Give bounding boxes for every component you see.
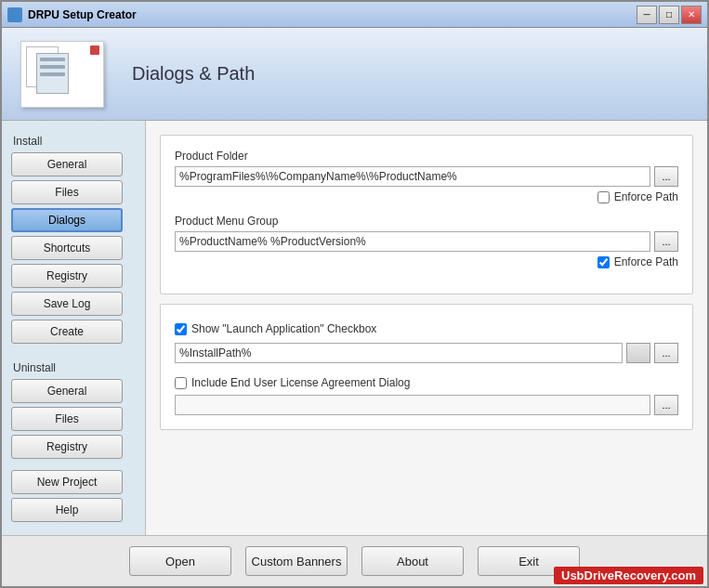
product-menu-row: ...: [175, 231, 678, 252]
sidebar-item-uninstall-files[interactable]: Files: [11, 407, 123, 431]
install-path-small-button[interactable]: [626, 343, 650, 363]
eula-browse-button[interactable]: ...: [654, 395, 678, 415]
window-title: DRPU Setup Creator: [28, 8, 137, 21]
sidebar-item-registry[interactable]: Registry: [11, 264, 123, 288]
new-project-button[interactable]: New Project: [11, 470, 123, 494]
install-path-row: ...: [175, 343, 678, 363]
eula-label: Include End User License Agreement Dialo…: [191, 376, 410, 389]
eula-input[interactable]: [175, 395, 650, 415]
enforce-path-2-row: Enforce Path: [175, 255, 678, 268]
sidebar-item-dialogs[interactable]: Dialogs: [11, 208, 123, 232]
app-icon: [7, 7, 22, 22]
install-path-browse-button[interactable]: ...: [654, 343, 678, 363]
enforce-path-2-label: Enforce Path: [614, 255, 678, 268]
enforce-path-1-checkbox[interactable]: [597, 191, 610, 203]
watermark: UsbDriveRecovery.com: [554, 567, 703, 584]
eula-checkbox[interactable]: [175, 377, 187, 389]
header: Dialogs & Path: [2, 28, 707, 121]
product-menu-browse-button[interactable]: ...: [654, 231, 678, 252]
product-menu-input[interactable]: [175, 231, 650, 252]
install-path-input[interactable]: [175, 343, 623, 363]
launch-eula-panel: Show "Launch Application" Checkbox ... I…: [160, 304, 693, 430]
product-menu-label: Product Menu Group: [175, 215, 678, 228]
product-folder-row: ...: [175, 166, 678, 187]
eula-checkbox-row: Include End User License Agreement Dialo…: [175, 376, 678, 389]
sidebar-item-general[interactable]: General: [11, 152, 123, 176]
content-area: Product Folder ... Enforce Path Product …: [146, 121, 707, 535]
maximize-button[interactable]: □: [659, 6, 679, 24]
product-folder-browse-button[interactable]: ...: [654, 166, 678, 187]
eula-group: Include End User License Agreement Dialo…: [175, 376, 678, 415]
product-folder-label: Product Folder: [175, 150, 678, 163]
titlebar: DRPU Setup Creator ─ □ ✕: [2, 2, 707, 28]
sidebar: Install General Files Dialogs Shortcuts …: [2, 121, 146, 535]
logo-doc2: [36, 53, 69, 94]
main-content: Install General Files Dialogs Shortcuts …: [2, 121, 707, 535]
show-launch-row: Show "Launch Application" Checkbox: [175, 322, 678, 335]
sidebar-item-create[interactable]: Create: [11, 320, 123, 344]
enforce-path-1-label: Enforce Path: [614, 190, 678, 203]
install-section-label: Install: [11, 135, 136, 148]
product-folder-group: Product Folder ... Enforce Path: [175, 150, 678, 203]
titlebar-left: DRPU Setup Creator: [7, 7, 137, 22]
custom-banners-button[interactable]: Custom Banners: [245, 546, 348, 576]
eula-input-row: ...: [175, 395, 678, 415]
show-launch-checkbox[interactable]: [175, 323, 187, 335]
header-logo: [20, 41, 104, 108]
minimize-button[interactable]: ─: [637, 6, 657, 24]
product-menu-group: Product Menu Group ... Enforce Path: [175, 215, 678, 268]
about-button[interactable]: About: [361, 546, 464, 576]
main-window: DRPU Setup Creator ─ □ ✕ Dialogs & Path …: [0, 0, 709, 588]
help-button[interactable]: Help: [11, 498, 123, 522]
open-button[interactable]: Open: [129, 546, 231, 576]
paths-panel: Product Folder ... Enforce Path Product …: [160, 135, 693, 294]
titlebar-buttons: ─ □ ✕: [637, 6, 702, 24]
page-title: Dialogs & Path: [132, 63, 255, 85]
enforce-path-1-row: Enforce Path: [175, 190, 678, 203]
product-folder-input[interactable]: [175, 166, 650, 187]
logo-close-icon: [90, 46, 99, 55]
sidebar-item-savelog[interactable]: Save Log: [11, 292, 123, 316]
sidebar-item-uninstall-general[interactable]: General: [11, 379, 123, 403]
show-launch-label: Show "Launch Application" Checkbox: [191, 322, 376, 335]
sidebar-item-files[interactable]: Files: [11, 180, 123, 204]
close-button[interactable]: ✕: [681, 6, 702, 24]
sidebar-item-uninstall-registry[interactable]: Registry: [11, 435, 123, 459]
enforce-path-2-checkbox[interactable]: [597, 256, 610, 268]
sidebar-item-shortcuts[interactable]: Shortcuts: [11, 236, 123, 260]
uninstall-section-label: Uninstall: [11, 361, 136, 374]
